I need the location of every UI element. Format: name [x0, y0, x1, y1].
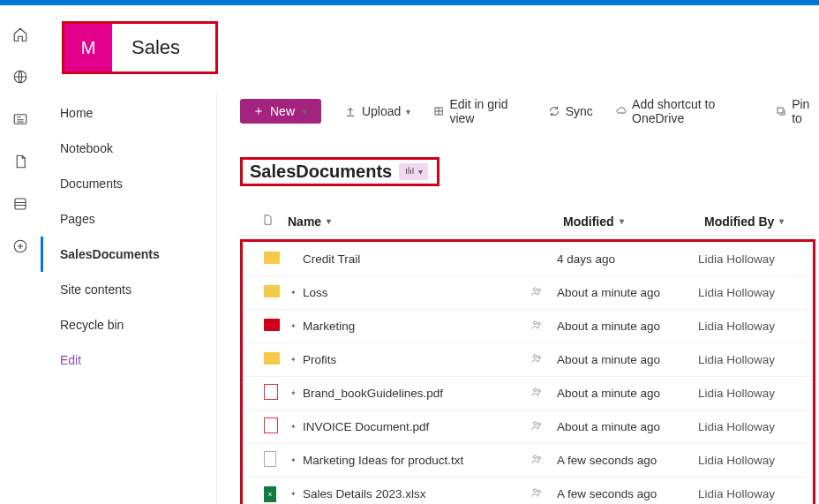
nav-item-site-contents[interactable]: Site contents	[41, 272, 216, 307]
shortcut-label: Add shortcut to OneDrive	[632, 97, 753, 125]
file-name[interactable]: Marketing Ideas for product.txt	[290, 454, 530, 467]
new-indicator-icon	[290, 423, 299, 431]
column-name[interactable]: Name▾	[288, 214, 563, 229]
add-icon[interactable]	[12, 238, 28, 258]
column-modified-by[interactable]: Modified By▾	[704, 214, 819, 229]
column-modified[interactable]: Modified▾	[563, 214, 704, 229]
svg-point-10	[534, 355, 537, 358]
svg-point-12	[534, 388, 537, 392]
file-modified-by[interactable]: Lidia Holloway	[698, 454, 813, 467]
new-indicator-icon	[290, 456, 299, 464]
column-headers: Name▾ Modified▾ Modified By▾	[240, 207, 819, 236]
column-modified-label: Modified	[563, 214, 614, 229]
nav-item-documents[interactable]: Documents	[41, 166, 216, 201]
nav-item-home[interactable]: Home	[41, 95, 216, 131]
file-name[interactable]: Credit Trail	[290, 252, 530, 266]
share-icon[interactable]	[530, 319, 557, 334]
file-name[interactable]: Loss	[290, 286, 530, 299]
stacks-icon	[404, 165, 415, 178]
file-pdf-icon	[243, 417, 290, 436]
file-name[interactable]: Brand_bookGuidelines.pdf	[290, 387, 530, 400]
nav-edit[interactable]: Edit	[41, 342, 216, 378]
file-name[interactable]: Profits	[290, 353, 530, 366]
highlight-box-site: M Sales	[62, 21, 218, 74]
file-modified-by[interactable]: Lidia Holloway	[698, 387, 813, 400]
file-row[interactable]: LossAbout a minute agoLidia Holloway	[243, 275, 813, 309]
svg-point-18	[534, 489, 537, 493]
svg-point-8	[534, 321, 537, 325]
column-type[interactable]	[240, 213, 288, 229]
file-row[interactable]: Marketing Ideas for product.txtA few sec…	[243, 443, 813, 477]
globe-icon[interactable]	[12, 69, 28, 88]
news-icon[interactable]	[12, 111, 28, 131]
db-icon[interactable]	[12, 196, 28, 215]
file-modified: About a minute ago	[557, 420, 698, 433]
nav-item-salesdocuments[interactable]: SalesDocuments	[41, 237, 216, 272]
svg-point-11	[537, 356, 540, 358]
site-title[interactable]: Sales	[131, 36, 180, 59]
share-icon[interactable]	[530, 352, 557, 367]
file-modified-by[interactable]: Lidia Holloway	[698, 320, 813, 333]
upload-label: Upload	[362, 104, 401, 118]
home-icon[interactable]	[12, 26, 28, 46]
plus-icon: ＋	[252, 103, 265, 119]
chevron-down-icon: ▾	[620, 216, 624, 226]
nav-item-recycle-bin[interactable]: Recycle bin	[41, 307, 216, 342]
file-name[interactable]: Marketing	[290, 320, 530, 333]
file-modified-by[interactable]: Lidia Holloway	[698, 487, 813, 500]
share-icon[interactable]	[530, 453, 557, 468]
view-switcher[interactable]: ▾	[399, 163, 428, 180]
file-modified: About a minute ago	[557, 320, 698, 333]
file-txt-icon	[243, 451, 290, 470]
file-name[interactable]: Sales Details 2023.xlsx	[290, 487, 530, 500]
file-row[interactable]: xSales Details 2023.xlsxA few seconds ag…	[243, 477, 813, 504]
file-row[interactable]: MarketingAbout a minute agoLidia Hollowa…	[243, 309, 813, 342]
file-pdf-icon	[243, 384, 290, 402]
file-name[interactable]: INVOICE Document.pdf	[290, 420, 530, 433]
new-button-label: New	[270, 104, 295, 118]
svg-point-15	[537, 423, 540, 425]
chevron-down-icon: ▼	[300, 107, 309, 117]
file-row[interactable]: Brand_bookGuidelines.pdfAbout a minute a…	[243, 376, 813, 410]
file-modified-by[interactable]: Lidia Holloway	[698, 252, 813, 266]
chevron-down-icon: ▾	[406, 107, 410, 117]
file-modified: About a minute ago	[557, 286, 698, 299]
nav-item-pages[interactable]: Pages	[41, 201, 216, 237]
file-row[interactable]: Credit Trail4 days agoLidia Holloway	[243, 242, 813, 275]
file-modified-by[interactable]: Lidia Holloway	[698, 420, 813, 433]
new-indicator-icon	[290, 289, 299, 297]
file-icon[interactable]	[12, 154, 28, 173]
svg-point-14	[534, 422, 537, 425]
file-modified: 4 days ago	[557, 252, 698, 266]
file-modified: About a minute ago	[557, 353, 698, 366]
nav-item-notebook[interactable]: Notebook	[41, 131, 216, 166]
left-navigation: HomeNotebookDocumentsPagesSalesDocuments…	[41, 92, 217, 504]
svg-point-17	[537, 456, 540, 459]
new-button[interactable]: ＋ New ▼	[240, 99, 321, 124]
upload-button[interactable]: Upload ▾	[344, 104, 410, 118]
svg-point-16	[534, 455, 537, 459]
site-logo[interactable]: M	[64, 24, 112, 71]
svg-rect-5	[778, 108, 783, 113]
svg-point-13	[537, 389, 540, 392]
svg-point-9	[537, 322, 540, 325]
share-icon[interactable]	[530, 386, 557, 401]
new-indicator-icon	[290, 389, 299, 397]
share-icon[interactable]	[530, 419, 557, 434]
app-rail	[0, 5, 41, 504]
svg-point-7	[537, 289, 540, 291]
share-icon[interactable]	[530, 285, 557, 300]
file-modified-by[interactable]: Lidia Holloway	[698, 286, 813, 299]
sync-button[interactable]: Sync	[548, 104, 593, 118]
file-row[interactable]: INVOICE Document.pdfAbout a minute agoLi…	[243, 410, 813, 443]
edit-grid-button[interactable]: Edit in grid view	[433, 97, 524, 125]
file-modified-by[interactable]: Lidia Holloway	[698, 353, 813, 366]
file-row[interactable]: ProfitsAbout a minute agoLidia Holloway	[243, 342, 813, 376]
chevron-down-icon: ▾	[418, 167, 423, 177]
file-modified: A few seconds ago	[557, 454, 698, 467]
share-icon[interactable]	[530, 486, 557, 501]
edit-grid-label: Edit in grid view	[449, 97, 524, 125]
file-modified: A few seconds ago	[557, 487, 698, 500]
add-shortcut-button[interactable]: Add shortcut to OneDrive	[616, 97, 753, 125]
pin-button[interactable]: Pin to	[776, 97, 819, 125]
